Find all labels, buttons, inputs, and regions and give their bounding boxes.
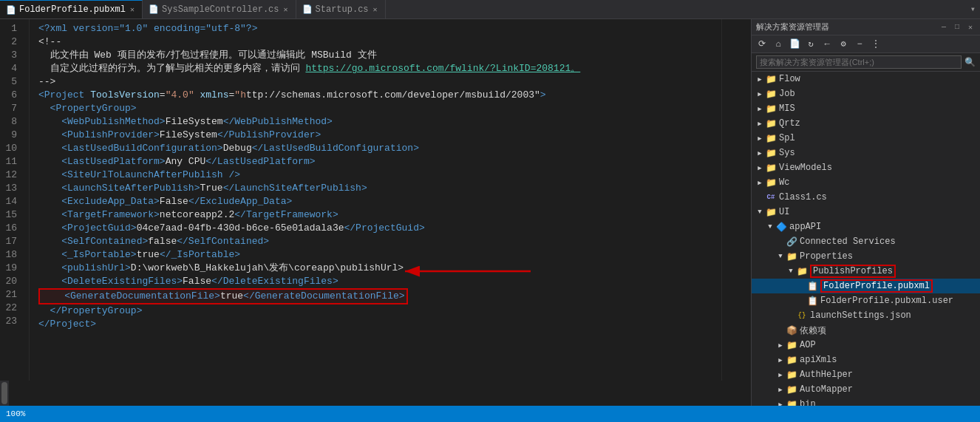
se-search-input[interactable] [756, 55, 962, 69]
tree-arrow[interactable]: ▶ [775, 356, 786, 364]
tree-item-label: AutoMapper [800, 384, 853, 395]
tree-item-icon: 📁 [786, 354, 797, 366]
minimap [721, 19, 751, 381]
tree-item[interactable]: 📋FolderProfile.pubxml [752, 279, 980, 293]
tree-view[interactable]: ▶📁Flow▶📁Job▶📁MIS▶📁Qrtz▶📁Spl▶📁Sys▶📁ViewMo… [752, 72, 980, 406]
tree-item[interactable]: 📋FolderProfile.pubxml.user [752, 293, 980, 308]
pin-button[interactable]: — [939, 22, 949, 33]
tree-arrow[interactable]: ▶ [775, 401, 786, 406]
tree-item-icon: C# [765, 191, 777, 203]
toolbar-btn-1[interactable]: ⟳ [755, 37, 769, 52]
code-content[interactable]: <?xml version="1.0" encoding="utf-8"?><!… [30, 19, 721, 381]
tree-arrow[interactable]: ▶ [775, 371, 786, 379]
tree-item-label: ViewModels [779, 163, 832, 173]
tree-item[interactable]: 🔗Connected Services [752, 234, 980, 249]
tree-item-label: Properties [800, 251, 853, 262]
toolbar-btn-7[interactable]: − [852, 37, 867, 52]
tree-item-icon: 📁 [786, 398, 797, 406]
tree-item-icon: 📁 [786, 384, 797, 395]
tree-item-icon: 🔷 [775, 221, 787, 233]
tree-arrow[interactable]: ▶ [755, 120, 765, 128]
tree-item[interactable]: ▶📁AOP [752, 338, 980, 353]
tab-folderprofile[interactable]: 📄 FolderProfile.pubxml ✕ [0, 0, 143, 18]
tree-item[interactable]: ▶📁AuthHelper [752, 367, 980, 382]
float-button[interactable]: □ [952, 22, 962, 33]
tree-item-label: FolderProfile.pubxml.user [820, 296, 953, 306]
tree-arrow[interactable]: ▶ [755, 164, 765, 172]
tab-close-sys[interactable]: ✕ [282, 4, 290, 15]
tab-label2: SysSampleController.cs [162, 4, 279, 15]
tree-item[interactable]: 📦依赖项 [752, 323, 980, 338]
toolbar-btn-4[interactable]: ↻ [803, 37, 818, 52]
tree-item-label: Job [779, 89, 795, 99]
tree-item-label: MIS [779, 103, 795, 114]
tree-arrow[interactable]: ▶ [755, 75, 765, 84]
tree-arrow[interactable]: ▶ [755, 179, 765, 187]
tree-item-icon: 📋 [806, 295, 818, 307]
tab-syssamplecontroller[interactable]: 📄 SysSampleController.cs ✕ [143, 0, 296, 18]
line-numbers: 1234567891011121314151617181920212223 [0, 19, 30, 381]
editor-scrollbar[interactable] [0, 381, 9, 406]
tree-item-label: Class1.cs [779, 192, 827, 203]
tree-item[interactable]: ▼📁Properties [752, 249, 980, 264]
toolbar-btn-2[interactable]: ⌂ [771, 37, 786, 52]
close-panel-button[interactable]: ✕ [965, 22, 976, 33]
toolbar-btn-5[interactable]: ← [820, 37, 834, 52]
tree-arrow[interactable]: ▶ [755, 135, 765, 143]
toolbar-btn-8[interactable]: ⋮ [868, 37, 883, 52]
tree-item-label: UI [779, 207, 789, 217]
tree-item[interactable]: {}launchSettings.json [752, 308, 980, 323]
tree-arrow[interactable]: ▼ [755, 208, 765, 216]
main-area: 1234567891011121314151617181920212223 <?… [0, 19, 980, 406]
tree-item[interactable]: ▶📁Sys [752, 146, 980, 160]
tree-item-label: Wc [779, 177, 789, 188]
panel-title: 解决方案资源管理器 [756, 21, 829, 33]
panel-titlebar: 解决方案资源管理器 — □ ✕ [752, 19, 980, 35]
tree-item[interactable]: ▶📁apiXmls [752, 353, 980, 367]
tree-item-label: Connected Services [800, 236, 896, 247]
solution-explorer: 解决方案资源管理器 — □ ✕ ⟳ ⌂ 📄 ↻ ← ⚙ − ⋮ 🔍 ▶📁Flow… [751, 19, 980, 406]
tree-item[interactable]: ▶📁Spl [752, 131, 980, 146]
tree-arrow[interactable]: ▶ [755, 90, 765, 98]
tree-item[interactable]: ▶📁bin [752, 397, 980, 406]
search-icon: 🔍 [964, 57, 976, 68]
tree-item-icon: 📁 [765, 132, 777, 144]
panel-controls: — □ ✕ [939, 22, 976, 33]
tab-close-folderprofile[interactable]: ✕ [129, 4, 136, 15]
tree-item[interactable]: ▼📁PublishProfiles [752, 264, 980, 279]
tree-item-icon: 📁 [765, 73, 777, 85]
tree-arrow[interactable]: ▼ [765, 223, 775, 231]
tree-arrow[interactable]: ▶ [775, 386, 786, 394]
tree-item[interactable]: ▶📁MIS [752, 101, 980, 116]
tree-arrow[interactable]: ▶ [775, 341, 786, 350]
tree-item-label: apiXmls [800, 355, 837, 365]
tree-item-icon: 📋 [806, 280, 818, 292]
tree-item[interactable]: ▶📁Wc [752, 175, 980, 190]
tree-arrow[interactable]: ▶ [755, 105, 765, 113]
tree-item[interactable]: ▼🔷appAPI [752, 219, 980, 234]
tab-icon: 📄 [6, 5, 16, 15]
tab-startup[interactable]: 📄 Startup.cs ✕ [296, 0, 386, 18]
tree-arrow[interactable]: ▼ [786, 268, 796, 275]
tree-item[interactable]: ▶📁AutoMapper [752, 382, 980, 397]
tree-item-label: Sys [779, 148, 795, 158]
toolbar-btn-3[interactable]: 📄 [787, 37, 802, 52]
tab-overflow[interactable]: ▾ [966, 4, 980, 15]
se-search-area: 🔍 [752, 53, 980, 72]
tree-item[interactable]: C#Class1.cs [752, 190, 980, 205]
tab-close-startup[interactable]: ✕ [372, 4, 379, 15]
tree-item-icon: 📁 [765, 103, 777, 115]
tab-bar: 📄 FolderProfile.pubxml ✕ 📄 SysSampleCont… [0, 0, 980, 19]
tree-item[interactable]: ▶📁Qrtz [752, 116, 980, 131]
tree-arrow[interactable]: ▼ [775, 253, 786, 260]
tree-item-label: PublishProfiles [813, 266, 893, 276]
tree-item[interactable]: ▶📁ViewModels [752, 160, 980, 175]
tree-arrow[interactable]: ▶ [755, 149, 765, 157]
toolbar-btn-6[interactable]: ⚙ [836, 37, 851, 52]
tree-item[interactable]: ▶📁Flow [752, 72, 980, 86]
tree-item-icon: 📁 [765, 162, 777, 174]
tree-item[interactable]: ▼📁UI [752, 205, 980, 219]
status-bar: 100% [0, 406, 980, 422]
tree-item-label: appAPI [789, 222, 821, 232]
tree-item[interactable]: ▶📁Job [752, 86, 980, 101]
